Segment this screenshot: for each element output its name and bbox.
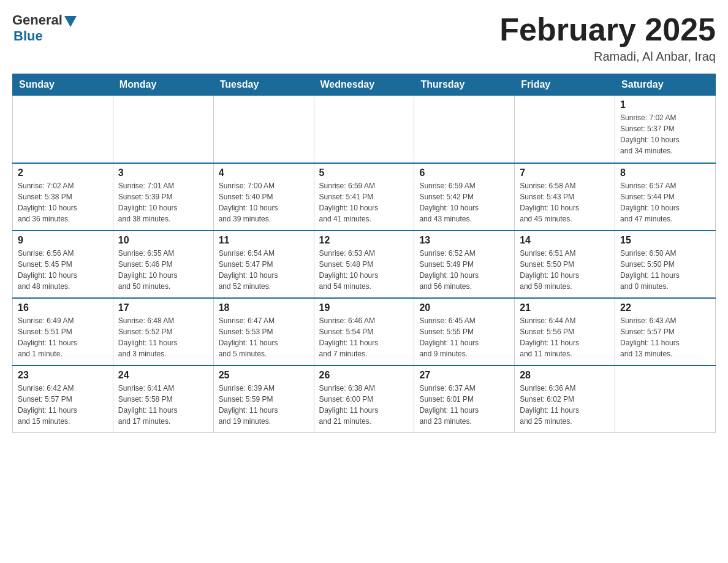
calendar-day-cell: 25Sunrise: 6:39 AM Sunset: 5:59 PM Dayli…: [213, 366, 314, 433]
day-info: Sunrise: 6:43 AM Sunset: 5:57 PM Dayligh…: [620, 315, 710, 359]
day-info: Sunrise: 6:50 AM Sunset: 5:50 PM Dayligh…: [620, 248, 710, 292]
day-number: 5: [319, 167, 409, 178]
day-number: 1: [620, 99, 710, 110]
day-info: Sunrise: 6:46 AM Sunset: 5:54 PM Dayligh…: [319, 315, 409, 359]
day-of-week-header: Monday: [113, 74, 213, 96]
day-info: Sunrise: 6:53 AM Sunset: 5:48 PM Dayligh…: [319, 248, 409, 292]
day-number: 27: [419, 370, 509, 381]
day-number: 18: [219, 302, 309, 313]
calendar-day-cell: 8Sunrise: 6:57 AM Sunset: 5:44 PM Daylig…: [615, 163, 716, 231]
calendar-week-row: 16Sunrise: 6:49 AM Sunset: 5:51 PM Dayli…: [13, 298, 716, 366]
calendar-day-cell: 18Sunrise: 6:47 AM Sunset: 5:53 PM Dayli…: [213, 298, 314, 366]
calendar-day-cell: 6Sunrise: 6:59 AM Sunset: 5:42 PM Daylig…: [414, 163, 515, 231]
calendar-day-cell: 22Sunrise: 6:43 AM Sunset: 5:57 PM Dayli…: [615, 298, 716, 366]
day-info: Sunrise: 6:52 AM Sunset: 5:49 PM Dayligh…: [419, 248, 509, 292]
calendar-header-row: SundayMondayTuesdayWednesdayThursdayFrid…: [13, 74, 716, 96]
day-info: Sunrise: 6:39 AM Sunset: 5:59 PM Dayligh…: [219, 383, 309, 427]
day-number: 12: [319, 235, 409, 246]
calendar-day-cell: 24Sunrise: 6:41 AM Sunset: 5:58 PM Dayli…: [113, 366, 213, 433]
day-number: 24: [118, 370, 208, 381]
day-of-week-header: Tuesday: [213, 74, 314, 96]
day-of-week-header: Sunday: [13, 74, 113, 96]
day-of-week-header: Friday: [515, 74, 615, 96]
day-number: 26: [319, 370, 409, 381]
calendar-day-cell: [314, 96, 414, 163]
day-number: 21: [520, 302, 610, 313]
day-number: 23: [18, 370, 108, 381]
calendar-day-cell: [515, 96, 615, 163]
calendar-day-cell: 14Sunrise: 6:51 AM Sunset: 5:50 PM Dayli…: [515, 231, 615, 298]
day-of-week-header: Saturday: [615, 74, 716, 96]
day-info: Sunrise: 6:58 AM Sunset: 5:43 PM Dayligh…: [520, 180, 610, 224]
logo: General Blue: [12, 12, 77, 44]
day-info: Sunrise: 6:51 AM Sunset: 5:50 PM Dayligh…: [520, 248, 610, 292]
day-info: Sunrise: 6:57 AM Sunset: 5:44 PM Dayligh…: [620, 180, 710, 224]
day-info: Sunrise: 6:38 AM Sunset: 6:00 PM Dayligh…: [319, 383, 409, 427]
day-info: Sunrise: 6:54 AM Sunset: 5:47 PM Dayligh…: [219, 248, 309, 292]
day-number: 19: [319, 302, 409, 313]
day-info: Sunrise: 6:42 AM Sunset: 5:57 PM Dayligh…: [18, 383, 108, 427]
calendar-day-cell: 21Sunrise: 6:44 AM Sunset: 5:56 PM Dayli…: [515, 298, 615, 366]
day-info: Sunrise: 7:00 AM Sunset: 5:40 PM Dayligh…: [219, 180, 309, 224]
day-info: Sunrise: 6:36 AM Sunset: 6:02 PM Dayligh…: [520, 383, 610, 427]
day-number: 11: [219, 235, 309, 246]
calendar-day-cell: 9Sunrise: 6:56 AM Sunset: 5:45 PM Daylig…: [13, 231, 113, 298]
calendar-day-cell: [213, 96, 314, 163]
day-info: Sunrise: 6:44 AM Sunset: 5:56 PM Dayligh…: [520, 315, 610, 359]
day-number: 22: [620, 302, 710, 313]
day-info: Sunrise: 6:59 AM Sunset: 5:41 PM Dayligh…: [319, 180, 409, 224]
day-info: Sunrise: 7:02 AM Sunset: 5:37 PM Dayligh…: [620, 112, 710, 156]
day-info: Sunrise: 6:47 AM Sunset: 5:53 PM Dayligh…: [219, 315, 309, 359]
calendar-day-cell: [113, 96, 213, 163]
calendar-day-cell: 13Sunrise: 6:52 AM Sunset: 5:49 PM Dayli…: [414, 231, 515, 298]
day-of-week-header: Thursday: [414, 74, 515, 96]
day-info: Sunrise: 6:48 AM Sunset: 5:52 PM Dayligh…: [118, 315, 208, 359]
location: Ramadi, Al Anbar, Iraq: [499, 50, 716, 64]
calendar-day-cell: 28Sunrise: 6:36 AM Sunset: 6:02 PM Dayli…: [515, 366, 615, 433]
day-number: 20: [419, 302, 509, 313]
day-number: 15: [620, 235, 710, 246]
logo-general-text: General: [12, 12, 63, 28]
logo-blue-text: Blue: [13, 28, 43, 44]
calendar-day-cell: 2Sunrise: 7:02 AM Sunset: 5:38 PM Daylig…: [13, 163, 113, 231]
day-of-week-header: Wednesday: [314, 74, 414, 96]
day-number: 17: [118, 302, 208, 313]
day-number: 16: [18, 302, 108, 313]
calendar-day-cell: 4Sunrise: 7:00 AM Sunset: 5:40 PM Daylig…: [213, 163, 314, 231]
page-header: General Blue February 2025 Ramadi, Al An…: [12, 12, 716, 64]
day-number: 9: [18, 235, 108, 246]
calendar-day-cell: 26Sunrise: 6:38 AM Sunset: 6:00 PM Dayli…: [314, 366, 414, 433]
calendar-day-cell: 15Sunrise: 6:50 AM Sunset: 5:50 PM Dayli…: [615, 231, 716, 298]
day-number: 4: [219, 167, 309, 178]
title-section: February 2025 Ramadi, Al Anbar, Iraq: [499, 12, 716, 64]
day-number: 14: [520, 235, 610, 246]
day-number: 28: [520, 370, 610, 381]
calendar-day-cell: 5Sunrise: 6:59 AM Sunset: 5:41 PM Daylig…: [314, 163, 414, 231]
day-number: 8: [620, 167, 710, 178]
calendar-day-cell: 23Sunrise: 6:42 AM Sunset: 5:57 PM Dayli…: [13, 366, 113, 433]
calendar-day-cell: 3Sunrise: 7:01 AM Sunset: 5:39 PM Daylig…: [113, 163, 213, 231]
day-number: 25: [219, 370, 309, 381]
day-number: 6: [419, 167, 509, 178]
day-info: Sunrise: 6:45 AM Sunset: 5:55 PM Dayligh…: [419, 315, 509, 359]
day-info: Sunrise: 7:01 AM Sunset: 5:39 PM Dayligh…: [118, 180, 208, 224]
calendar-day-cell: 27Sunrise: 6:37 AM Sunset: 6:01 PM Dayli…: [414, 366, 515, 433]
calendar-day-cell: 16Sunrise: 6:49 AM Sunset: 5:51 PM Dayli…: [13, 298, 113, 366]
calendar-week-row: 1Sunrise: 7:02 AM Sunset: 5:37 PM Daylig…: [13, 96, 716, 163]
calendar-table: SundayMondayTuesdayWednesdayThursdayFrid…: [12, 74, 716, 433]
day-info: Sunrise: 6:56 AM Sunset: 5:45 PM Dayligh…: [18, 248, 108, 292]
calendar-day-cell: 19Sunrise: 6:46 AM Sunset: 5:54 PM Dayli…: [314, 298, 414, 366]
day-number: 13: [419, 235, 509, 246]
calendar-day-cell: [414, 96, 515, 163]
calendar-day-cell: 17Sunrise: 6:48 AM Sunset: 5:52 PM Dayli…: [113, 298, 213, 366]
calendar-week-row: 2Sunrise: 7:02 AM Sunset: 5:38 PM Daylig…: [13, 163, 716, 231]
calendar-day-cell: 7Sunrise: 6:58 AM Sunset: 5:43 PM Daylig…: [515, 163, 615, 231]
calendar-day-cell: 11Sunrise: 6:54 AM Sunset: 5:47 PM Dayli…: [213, 231, 314, 298]
calendar-week-row: 9Sunrise: 6:56 AM Sunset: 5:45 PM Daylig…: [13, 231, 716, 298]
day-info: Sunrise: 6:49 AM Sunset: 5:51 PM Dayligh…: [18, 315, 108, 359]
calendar-day-cell: 1Sunrise: 7:02 AM Sunset: 5:37 PM Daylig…: [615, 96, 716, 163]
month-title: February 2025: [499, 12, 716, 47]
calendar-day-cell: [13, 96, 113, 163]
day-info: Sunrise: 6:59 AM Sunset: 5:42 PM Dayligh…: [419, 180, 509, 224]
logo-arrow-icon: [64, 16, 77, 27]
